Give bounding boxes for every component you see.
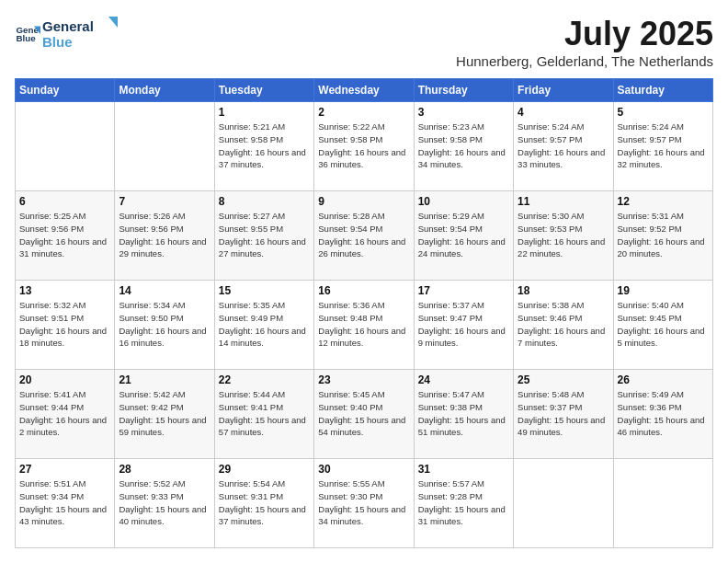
table-row: 27Sunrise: 5:51 AM Sunset: 9:34 PM Dayli… xyxy=(16,459,115,548)
table-row: 2Sunrise: 5:22 AM Sunset: 9:58 PM Daylig… xyxy=(314,102,414,191)
day-number: 3 xyxy=(418,106,509,119)
table-row: 19Sunrise: 5:40 AM Sunset: 9:45 PM Dayli… xyxy=(613,281,712,370)
day-number: 31 xyxy=(418,463,509,476)
table-row: 21Sunrise: 5:42 AM Sunset: 9:42 PM Dayli… xyxy=(115,370,214,459)
table-row: 9Sunrise: 5:28 AM Sunset: 9:54 PM Daylig… xyxy=(314,191,414,281)
day-number: 7 xyxy=(119,195,210,208)
table-row xyxy=(613,459,712,548)
day-info: Sunrise: 5:42 AM Sunset: 9:42 PM Dayligh… xyxy=(119,388,210,439)
day-info: Sunrise: 5:54 AM Sunset: 9:31 PM Dayligh… xyxy=(219,477,310,528)
table-row: 13Sunrise: 5:32 AM Sunset: 9:51 PM Dayli… xyxy=(16,281,115,370)
day-info: Sunrise: 5:49 AM Sunset: 9:36 PM Dayligh… xyxy=(618,388,709,439)
day-number: 25 xyxy=(518,373,609,386)
table-row: 8Sunrise: 5:27 AM Sunset: 9:55 PM Daylig… xyxy=(214,191,313,281)
col-tuesday: Tuesday xyxy=(214,79,313,102)
day-number: 26 xyxy=(618,373,709,386)
table-row: 4Sunrise: 5:24 AM Sunset: 9:57 PM Daylig… xyxy=(514,102,613,191)
day-info: Sunrise: 5:55 AM Sunset: 9:30 PM Dayligh… xyxy=(318,477,409,528)
day-number: 28 xyxy=(119,463,210,476)
table-row: 24Sunrise: 5:47 AM Sunset: 9:38 PM Dayli… xyxy=(414,370,513,459)
day-info: Sunrise: 5:27 AM Sunset: 9:55 PM Dayligh… xyxy=(219,210,310,260)
col-monday: Monday xyxy=(115,79,214,102)
page: General Blue General Blue General Blue J… xyxy=(0,0,728,563)
day-number: 1 xyxy=(219,106,310,119)
day-info: Sunrise: 5:48 AM Sunset: 9:37 PM Dayligh… xyxy=(518,388,609,439)
day-info: Sunrise: 5:44 AM Sunset: 9:41 PM Dayligh… xyxy=(219,388,310,439)
day-number: 14 xyxy=(119,284,210,297)
col-sunday: Sunday xyxy=(16,79,115,102)
calendar-week-row: 13Sunrise: 5:32 AM Sunset: 9:51 PM Dayli… xyxy=(16,281,713,370)
table-row: 14Sunrise: 5:34 AM Sunset: 9:50 PM Dayli… xyxy=(115,281,214,370)
day-number: 10 xyxy=(418,195,509,208)
col-friday: Friday xyxy=(514,79,613,102)
calendar-week-row: 20Sunrise: 5:41 AM Sunset: 9:44 PM Dayli… xyxy=(16,370,713,459)
day-info: Sunrise: 5:51 AM Sunset: 9:34 PM Dayligh… xyxy=(19,477,110,528)
day-info: Sunrise: 5:36 AM Sunset: 9:48 PM Dayligh… xyxy=(318,299,409,350)
day-number: 2 xyxy=(318,106,409,119)
day-info: Sunrise: 5:41 AM Sunset: 9:44 PM Dayligh… xyxy=(19,388,110,439)
title-block: July 2025 Hunnerberg, Gelderland, The Ne… xyxy=(456,15,713,69)
table-row xyxy=(514,459,613,548)
logo: General Blue General Blue General Blue xyxy=(15,15,125,53)
table-row: 22Sunrise: 5:44 AM Sunset: 9:41 PM Dayli… xyxy=(214,370,313,459)
calendar-header-row: Sunday Monday Tuesday Wednesday Thursday… xyxy=(16,79,713,102)
table-row: 15Sunrise: 5:35 AM Sunset: 9:49 PM Dayli… xyxy=(214,281,313,370)
day-number: 20 xyxy=(19,373,110,386)
month-title: July 2025 xyxy=(456,15,713,53)
calendar-week-row: 1Sunrise: 5:21 AM Sunset: 9:58 PM Daylig… xyxy=(16,102,713,191)
day-info: Sunrise: 5:47 AM Sunset: 9:38 PM Dayligh… xyxy=(418,388,509,439)
calendar-week-row: 27Sunrise: 5:51 AM Sunset: 9:34 PM Dayli… xyxy=(16,459,713,548)
table-row: 1Sunrise: 5:21 AM Sunset: 9:58 PM Daylig… xyxy=(214,102,313,191)
col-wednesday: Wednesday xyxy=(314,79,414,102)
day-number: 9 xyxy=(318,195,409,208)
table-row: 18Sunrise: 5:38 AM Sunset: 9:46 PM Dayli… xyxy=(514,281,613,370)
day-info: Sunrise: 5:28 AM Sunset: 9:54 PM Dayligh… xyxy=(318,210,409,260)
day-info: Sunrise: 5:52 AM Sunset: 9:33 PM Dayligh… xyxy=(119,477,210,528)
svg-text:General: General xyxy=(42,18,94,34)
day-number: 12 xyxy=(618,195,709,208)
day-info: Sunrise: 5:23 AM Sunset: 9:58 PM Dayligh… xyxy=(418,121,509,171)
day-number: 15 xyxy=(219,284,310,297)
day-number: 23 xyxy=(318,373,409,386)
table-row: 10Sunrise: 5:29 AM Sunset: 9:54 PM Dayli… xyxy=(414,191,513,281)
svg-text:Blue: Blue xyxy=(16,33,36,43)
day-info: Sunrise: 5:38 AM Sunset: 9:46 PM Dayligh… xyxy=(518,299,609,350)
table-row: 20Sunrise: 5:41 AM Sunset: 9:44 PM Dayli… xyxy=(16,370,115,459)
day-number: 16 xyxy=(318,284,409,297)
day-number: 8 xyxy=(219,195,310,208)
table-row: 31Sunrise: 5:57 AM Sunset: 9:28 PM Dayli… xyxy=(414,459,513,548)
location-title: Hunnerberg, Gelderland, The Netherlands xyxy=(456,53,713,69)
header: General Blue General Blue General Blue J… xyxy=(15,15,713,69)
table-row: 25Sunrise: 5:48 AM Sunset: 9:37 PM Dayli… xyxy=(514,370,613,459)
day-info: Sunrise: 5:22 AM Sunset: 9:58 PM Dayligh… xyxy=(318,121,409,171)
day-number: 13 xyxy=(19,284,110,297)
day-info: Sunrise: 5:25 AM Sunset: 9:56 PM Dayligh… xyxy=(19,210,110,260)
table-row: 3Sunrise: 5:23 AM Sunset: 9:58 PM Daylig… xyxy=(414,102,513,191)
table-row: 6Sunrise: 5:25 AM Sunset: 9:56 PM Daylig… xyxy=(16,191,115,281)
day-info: Sunrise: 5:40 AM Sunset: 9:45 PM Dayligh… xyxy=(618,299,709,350)
table-row: 17Sunrise: 5:37 AM Sunset: 9:47 PM Dayli… xyxy=(414,281,513,370)
day-info: Sunrise: 5:37 AM Sunset: 9:47 PM Dayligh… xyxy=(418,299,509,350)
table-row xyxy=(16,102,115,191)
table-row: 28Sunrise: 5:52 AM Sunset: 9:33 PM Dayli… xyxy=(115,459,214,548)
calendar-week-row: 6Sunrise: 5:25 AM Sunset: 9:56 PM Daylig… xyxy=(16,191,713,281)
day-number: 5 xyxy=(618,106,709,119)
table-row: 7Sunrise: 5:26 AM Sunset: 9:56 PM Daylig… xyxy=(115,191,214,281)
day-info: Sunrise: 5:31 AM Sunset: 9:52 PM Dayligh… xyxy=(618,210,709,260)
table-row: 11Sunrise: 5:30 AM Sunset: 9:53 PM Dayli… xyxy=(514,191,613,281)
day-info: Sunrise: 5:26 AM Sunset: 9:56 PM Dayligh… xyxy=(119,210,210,260)
day-number: 30 xyxy=(318,463,409,476)
table-row: 5Sunrise: 5:24 AM Sunset: 9:57 PM Daylig… xyxy=(613,102,712,191)
logo-icon: General Blue xyxy=(15,21,40,47)
day-number: 18 xyxy=(518,284,609,297)
day-number: 17 xyxy=(418,284,509,297)
table-row: 30Sunrise: 5:55 AM Sunset: 9:30 PM Dayli… xyxy=(314,459,414,548)
day-info: Sunrise: 5:57 AM Sunset: 9:28 PM Dayligh… xyxy=(418,477,509,528)
table-row: 26Sunrise: 5:49 AM Sunset: 9:36 PM Dayli… xyxy=(613,370,712,459)
day-info: Sunrise: 5:29 AM Sunset: 9:54 PM Dayligh… xyxy=(418,210,509,260)
day-number: 22 xyxy=(219,373,310,386)
day-info: Sunrise: 5:34 AM Sunset: 9:50 PM Dayligh… xyxy=(119,299,210,350)
logo-svg: General Blue xyxy=(42,15,125,53)
day-number: 19 xyxy=(618,284,709,297)
col-saturday: Saturday xyxy=(613,79,712,102)
